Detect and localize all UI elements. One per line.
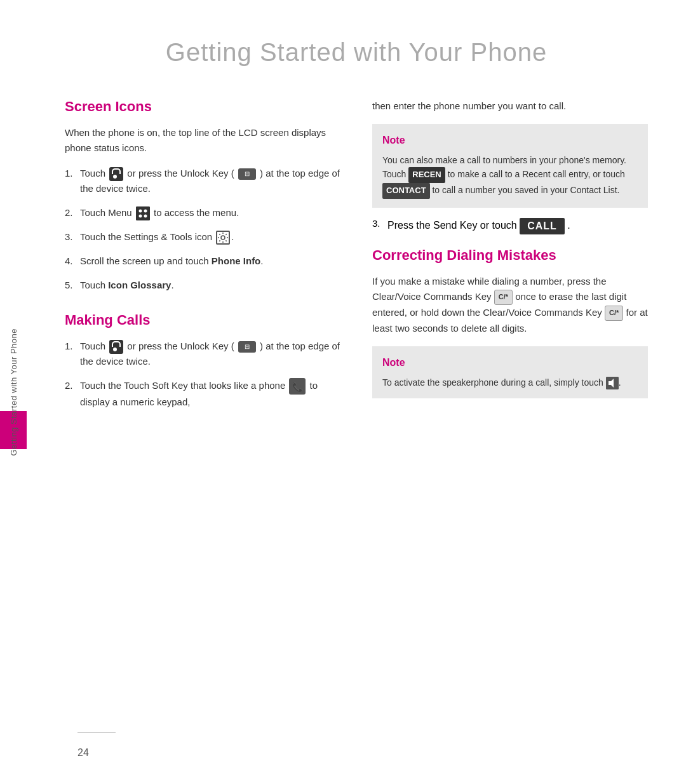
lock-icon: [109, 340, 123, 354]
screen-icons-heading: Screen Icons: [65, 98, 340, 115]
left-column: Screen Icons When the phone is on, the t…: [65, 98, 340, 419]
svg-point-4: [144, 215, 147, 218]
list-item: 2. Touch Menu: [65, 205, 340, 220]
correcting-mistakes-text: If you make a mistake while dialing a nu…: [372, 274, 648, 336]
list-item: 2. Touch the Touch Soft Key that looks l…: [65, 378, 340, 410]
list-item: 5. Touch Icon Glossary.: [65, 278, 340, 293]
page-title: Getting Started with Your Phone: [65, 38, 648, 67]
clear-button-1: C/*: [494, 290, 513, 305]
clear-button-2: C/*: [605, 306, 623, 321]
item-3-container: 3. Press the Send Key or touch CALL .: [372, 218, 648, 234]
correcting-mistakes-heading: Correcting Dialing Mistakes: [372, 247, 648, 264]
two-col-layout: Screen Icons When the phone is on, the t…: [65, 98, 648, 419]
note-2-text: To activate the speakerphone during a ca…: [382, 375, 638, 389]
key-icon: ⊟: [238, 341, 256, 353]
gear-icon: [216, 231, 230, 245]
svg-rect-0: [136, 206, 150, 220]
call-button: CALL: [520, 218, 565, 234]
list-item: 4. Scroll the screen up and touch Phone …: [65, 253, 340, 269]
speaker-icon: [606, 377, 619, 389]
page-container: Getting Started with Your Phone Getting …: [0, 0, 686, 784]
lock-icon: [109, 167, 123, 181]
contact-button: CONTACT: [382, 183, 430, 199]
note-box-2: Note To activate the speakerphone during…: [372, 346, 648, 398]
right-column: then enter the phone number you want to …: [372, 98, 648, 419]
list-item: 1. Touch or press the Unlock Key ( ⊟ ) a…: [65, 166, 340, 196]
phone-key-icon: 📞: [289, 378, 306, 395]
svg-point-1: [138, 210, 142, 213]
note-2-heading: Note: [382, 355, 638, 370]
list-item: 3. Press the Send Key or touch CALL .: [372, 218, 648, 234]
svg-point-3: [138, 215, 142, 218]
note-1-text: You can also make a call to numbers in y…: [382, 153, 638, 199]
menu-dots-icon: [136, 206, 150, 220]
svg-text:📞: 📞: [292, 382, 304, 393]
list-item: 1. Touch or press the Unlock Key ( ⊟ ) a…: [65, 339, 340, 369]
screen-icons-list: 1. Touch or press the Unlock Key ( ⊟ ) a…: [65, 166, 340, 293]
list-item: 3. Touch the Settings & Tools icon .: [65, 229, 340, 245]
screen-icons-intro: When the phone is on, the top line of th…: [65, 125, 340, 156]
making-calls-heading: Making Calls: [65, 312, 340, 328]
side-tab-text: Getting Started with Your Phone: [9, 328, 18, 456]
svg-point-5: [221, 236, 225, 240]
bottom-divider: [77, 733, 116, 733]
recen-button: RECEN: [408, 167, 445, 183]
making-calls-list: 1. Touch or press the Unlock Key ( ⊟ ) a…: [65, 339, 340, 410]
right-top-text: then enter the phone number you want to …: [372, 98, 648, 114]
side-tab: Getting Started with Your Phone: [0, 0, 27, 784]
note-box-1: Note You can also make a call to numbers…: [372, 124, 648, 208]
svg-point-2: [144, 210, 147, 213]
page-number: 24: [77, 747, 89, 759]
key-icon: ⊟: [238, 168, 256, 180]
note-1-heading: Note: [382, 133, 638, 148]
main-content: Getting Started with Your Phone Screen I…: [27, 0, 686, 784]
